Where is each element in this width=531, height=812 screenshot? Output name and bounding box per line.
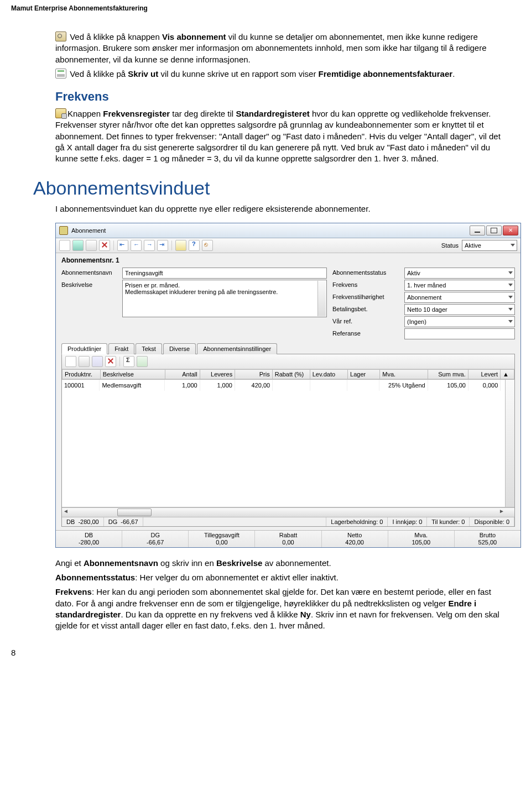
- col-mva[interactable]: Mva.: [380, 369, 428, 379]
- col-levdato[interactable]: Lev.dato: [310, 369, 347, 379]
- print-icon: [55, 69, 66, 78]
- label-navn: Abonnementsnavn: [61, 268, 122, 276]
- grid-body[interactable]: 100001 Medlemsavgift 1,000 1,000 420,00 …: [62, 379, 514, 507]
- input-referanse[interactable]: [404, 328, 515, 339]
- copy-icon[interactable]: [86, 240, 97, 251]
- grid-open-icon[interactable]: [79, 356, 90, 367]
- paragraph-frekvens-detail: Frekvens: Her kan du angi perioden som a…: [55, 586, 509, 631]
- status-combo[interactable]: Aktive: [462, 240, 517, 251]
- label-varref: Vår ref.: [332, 316, 404, 324]
- col-lager[interactable]: Lager: [348, 369, 380, 379]
- table-row[interactable]: 100001 Medlemsavgift 1,000 1,000 420,00 …: [62, 380, 514, 391]
- paragraph-frekvensregister: Knappen Frekvensregister tar deg direkte…: [55, 108, 509, 164]
- grid-row-icon[interactable]: [92, 356, 103, 367]
- new-icon[interactable]: [59, 240, 70, 251]
- minimize-button[interactable]: [470, 226, 485, 235]
- status-label: Status: [441, 242, 459, 249]
- paragraph-navn-beskrivelse: Angi et Abonnementsnavn og skriv inn en …: [55, 558, 509, 569]
- grid-header: Produktnr. Beskrivelse Antall Leveres Pr…: [62, 369, 514, 379]
- register-icon: [55, 108, 66, 118]
- separator: [171, 240, 172, 250]
- tab-abonnementsinnstillinger[interactable]: Abonnementsinnstillinger: [197, 343, 277, 354]
- col-leveres[interactable]: Leveres: [200, 369, 235, 379]
- label-referanse: Referanse: [332, 328, 404, 337]
- prev-record-icon[interactable]: [131, 240, 142, 251]
- label-frekvenstil: Frekvenstilhørighet: [332, 292, 404, 300]
- tree-icon[interactable]: [175, 240, 186, 251]
- grid-statusline: DB -280,00 DG -66,67 Lagerbeholdning: 0 …: [62, 517, 514, 526]
- paragraph-vindu-intro: I abonnementsvinduet kan du opprette nye…: [55, 203, 509, 214]
- tabstrip: Produktlinjer Frakt Tekst Diverse Abonne…: [56, 343, 520, 354]
- paragraph-vis-abonnement: Ved å klikke på knappen Vis abonnement v…: [55, 32, 509, 65]
- label-betaling: Betalingsbet.: [332, 304, 404, 312]
- last-record-icon[interactable]: [157, 240, 168, 251]
- abonnement-window: Abonnement ✕ Status Aktive: [55, 223, 521, 548]
- input-navn[interactable]: Treningsavgift: [122, 268, 327, 279]
- exit-icon[interactable]: [202, 240, 213, 251]
- heading-abonnementsvinduet: Abonnementsvinduet: [33, 177, 509, 199]
- maximize-button[interactable]: [486, 226, 502, 235]
- tab-produktlinjer[interactable]: Produktlinjer: [61, 343, 107, 354]
- grid-delete-icon[interactable]: [105, 356, 116, 367]
- grid-new-icon[interactable]: [65, 356, 76, 367]
- heading-frekvens: Frekvens: [55, 90, 509, 104]
- titlebar[interactable]: Abonnement ✕: [56, 223, 520, 238]
- view-icon: [55, 32, 66, 41]
- totals-bar: DB-280,00 DG-66,67 Tilleggsavgift0,00 Ra…: [56, 530, 520, 547]
- input-beskrivelse[interactable]: Prisen er pr. måned. Medlemsskapet inklu…: [122, 280, 327, 317]
- label-abostatus: Abonnementsstatus: [332, 268, 404, 276]
- grid-toolbar: [62, 354, 514, 369]
- col-scroll: ▲: [501, 369, 514, 379]
- doc-header: Mamut Enterprise Abonnementsfakturering: [11, 0, 509, 32]
- col-produktnr[interactable]: Produktnr.: [63, 369, 101, 379]
- separator: [113, 240, 114, 250]
- tab-diverse[interactable]: Diverse: [163, 343, 196, 354]
- sigma-icon[interactable]: [123, 356, 134, 367]
- delete-icon[interactable]: [99, 240, 110, 251]
- label-frekvens: Frekvens: [332, 280, 404, 288]
- paragraph-skriv-ut: Ved å klikke på Skriv ut vil du kunne sk…: [55, 69, 509, 80]
- tab-frakt[interactable]: Frakt: [108, 343, 134, 354]
- app-icon: [59, 226, 68, 235]
- record-id-label: Abonnementsnr. 1: [61, 256, 515, 264]
- close-button[interactable]: ✕: [503, 226, 518, 235]
- tab-pane-produktlinjer: Produktnr. Beskrivelse Antall Leveres Pr…: [61, 354, 515, 527]
- combo-frekvens[interactable]: 1. hver måned: [404, 280, 515, 291]
- col-beskrivelse[interactable]: Beskrivelse: [100, 369, 165, 379]
- col-levert[interactable]: Levert: [468, 369, 500, 379]
- combo-abostatus[interactable]: Aktiv: [404, 268, 515, 279]
- col-summva[interactable]: Sum mva.: [428, 369, 468, 379]
- combo-varref[interactable]: (Ingen): [404, 316, 515, 327]
- grid-view-icon[interactable]: [137, 356, 148, 367]
- horizontal-scrollbar[interactable]: [62, 507, 514, 517]
- col-antall[interactable]: Antall: [165, 369, 200, 379]
- label-beskrivelse: Beskrivelse: [61, 280, 122, 288]
- col-rabatt[interactable]: Rabatt (%): [272, 369, 310, 379]
- combo-frekvenstil[interactable]: Abonnement: [404, 292, 515, 303]
- window-title: Abonnement: [71, 227, 106, 234]
- col-pris[interactable]: Pris: [235, 369, 273, 379]
- separator: [119, 357, 120, 366]
- main-toolbar: Status Aktive: [56, 238, 520, 253]
- next-record-icon[interactable]: [144, 240, 155, 251]
- save-icon[interactable]: [72, 240, 84, 251]
- paragraph-abonnementsstatus: Abonnementsstatus: Her velger du om abon…: [55, 572, 509, 583]
- combo-betaling[interactable]: Netto 10 dager: [404, 304, 515, 315]
- help-icon[interactable]: [189, 240, 200, 251]
- first-record-icon[interactable]: [117, 240, 128, 251]
- page-number: 8: [11, 648, 509, 657]
- tab-tekst[interactable]: Tekst: [136, 343, 162, 354]
